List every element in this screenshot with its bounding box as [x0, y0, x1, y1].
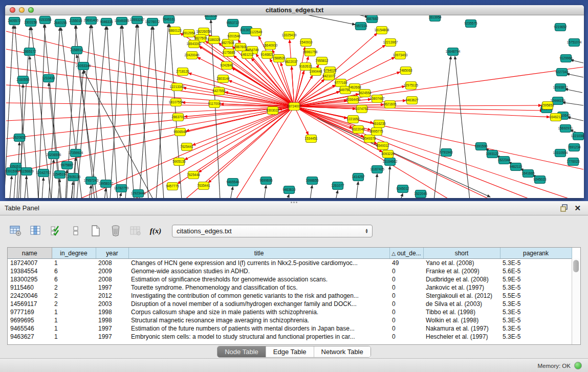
network-window-titlebar[interactable]: citations_edges.txt [5, 5, 584, 15]
citation-edge-red[interactable] [294, 106, 543, 111]
citation-edge-black[interactable] [104, 188, 106, 198]
citation-edge-black[interactable] [51, 160, 54, 198]
citation-edge-red[interactable] [188, 73, 294, 106]
citation-edge-red[interactable] [6, 31, 294, 106]
graph-node-label: 8813054 [204, 15, 217, 17]
table-row[interactable]: 911546021997Tourette syndrome. Phenomeno… [8, 283, 572, 292]
citation-edge-black[interactable] [356, 182, 358, 198]
table-row[interactable]: 969969511998Structural magnetic resonanc… [8, 316, 572, 324]
table-row[interactable]: 1830029562008Estimation of significance … [8, 275, 572, 283]
citation-edge-black[interactable] [25, 176, 27, 198]
graph-node-label: 16648794 [446, 50, 461, 53]
graph-node-label: 8860123 [168, 29, 182, 32]
table-panel-header[interactable]: Table Panel ✕ [0, 201, 588, 215]
column-header-pagerank[interactable]: pagerank [500, 248, 572, 259]
citation-edge-black[interactable] [568, 117, 583, 121]
unselect-all-button[interactable] [68, 223, 83, 238]
float-panel-icon[interactable] [560, 204, 568, 212]
column-header-out_de[interactable]: △out_de... [389, 248, 423, 259]
citation-edge-black[interactable] [230, 187, 233, 198]
column-header-name[interactable]: name [8, 248, 52, 259]
delete-column-button[interactable] [108, 223, 123, 238]
new-table-button[interactable] [88, 223, 103, 238]
citation-edge-black[interactable] [571, 60, 583, 63]
table-cell: Yano et al. (2008) [423, 259, 500, 268]
citation-edge-black[interactable] [455, 56, 470, 198]
citation-edge-red[interactable] [294, 106, 450, 198]
citation-edge-black[interactable] [264, 185, 266, 198]
table-row[interactable]: 1872400712008Changes of HCN gene express… [8, 259, 572, 268]
table-scrollbar-thumb[interactable] [573, 260, 579, 272]
citation-edge-red[interactable] [6, 106, 294, 139]
citation-edge-red[interactable] [6, 106, 294, 174]
citation-edge-black[interactable] [328, 15, 368, 17]
table-panel: Table Panel ✕ [0, 201, 588, 372]
table-row[interactable]: 946362711997Embryonic stem cells: a mode… [8, 333, 572, 341]
graph-node-label: 10973493 [393, 53, 408, 57]
graph-node-label: 12210383 [571, 134, 584, 138]
graph-node-label: 9822037 [285, 60, 298, 63]
tab-network-table[interactable]: Network Table [314, 346, 371, 357]
table-row[interactable]: 2242004622012Investigating the contribut… [8, 292, 572, 300]
node-table[interactable]: namein_degreeyeartitle△out_de...shortpag… [7, 247, 581, 345]
network-canvas[interactable]: 2405572230315891533552640155215501520691… [5, 15, 584, 198]
citation-edge-black[interactable] [565, 89, 582, 93]
divider-grip[interactable] [289, 202, 298, 204]
citation-edge-black[interactable] [107, 27, 118, 198]
select-all-button[interactable] [48, 223, 63, 238]
network-window[interactable]: citations_edges.txt 24055722303158915335… [5, 5, 584, 198]
table-settings-button[interactable] [8, 223, 24, 238]
citation-edge-black[interactable] [562, 102, 583, 105]
citation-edge-black[interactable] [401, 193, 403, 198]
citation-edge-black[interactable] [139, 27, 152, 198]
table-selector-dropdown[interactable]: citations_edges.txt ▲▼ [172, 225, 373, 237]
show-column-button[interactable] [28, 223, 43, 238]
table-row[interactable]: 1456911722003Disruption of a novel membe… [8, 300, 572, 308]
citation-edge-black[interactable] [388, 166, 390, 198]
citation-edge-black[interactable] [49, 83, 60, 198]
citation-edge-black[interactable] [138, 25, 148, 198]
table-cell: Estimation of significance thresholds fo… [128, 275, 389, 283]
citation-edge-black[interactable] [125, 25, 137, 198]
citation-edge-black[interactable] [287, 194, 289, 198]
column-header-year[interactable]: year [96, 248, 128, 259]
citation-edge-black[interactable] [110, 26, 121, 198]
citation-edge-red[interactable] [6, 67, 294, 106]
citation-edge-black[interactable] [310, 185, 312, 198]
citation-edge-red[interactable] [208, 106, 294, 183]
tab-node-table[interactable]: Node Table [217, 346, 266, 357]
graph-node-label: 2865172 [23, 50, 36, 53]
citation-network-graph[interactable]: 2405572230315891533552640155215501520691… [5, 15, 584, 198]
citation-edge-black[interactable] [336, 190, 338, 198]
citation-edge-red[interactable] [199, 106, 294, 172]
citation-edge-black[interactable] [119, 193, 121, 198]
citation-edge-black[interactable] [10, 176, 12, 198]
table-scrollbar[interactable] [572, 258, 580, 344]
table-cell: Embryonic stem cells: a model to study s… [128, 333, 389, 341]
table-row[interactable]: 1938455462009Genome-wide association stu… [8, 267, 572, 275]
column-header-in_degree[interactable]: in_degree [52, 248, 96, 259]
column-header-title[interactable]: title [128, 248, 389, 259]
citation-edge-black[interactable] [375, 174, 377, 198]
citation-edge-black[interactable] [42, 178, 43, 198]
citation-edge-black[interactable] [58, 179, 60, 198]
citation-edge-black[interactable] [122, 26, 134, 198]
citation-edge-black[interactable] [287, 15, 355, 25]
citation-edge-black[interactable] [211, 20, 220, 198]
table-row[interactable]: 946554611997Estimation of the future num… [8, 324, 572, 333]
citation-edge-red[interactable] [294, 106, 382, 152]
citation-edge-black[interactable] [567, 74, 583, 77]
citation-edge-black[interactable] [169, 24, 182, 198]
close-panel-icon[interactable]: ✕ [574, 205, 581, 212]
table-cell: Nakamura et al. (1997) [423, 324, 500, 333]
citation-edge-black[interactable] [92, 25, 107, 198]
column-header-short[interactable]: short [423, 248, 500, 259]
citation-edge-red[interactable] [232, 68, 294, 106]
citation-edge-red[interactable] [198, 57, 294, 106]
citation-edge-red[interactable] [6, 106, 294, 121]
function-builder-button[interactable]: f(x) [148, 223, 163, 238]
table-row[interactable]: 977716911998Corpus callosum shape and si… [8, 308, 572, 316]
citation-edge-red[interactable] [294, 106, 550, 117]
tab-edge-table[interactable]: Edge Table [266, 346, 314, 357]
citation-edge-black[interactable] [89, 185, 91, 198]
